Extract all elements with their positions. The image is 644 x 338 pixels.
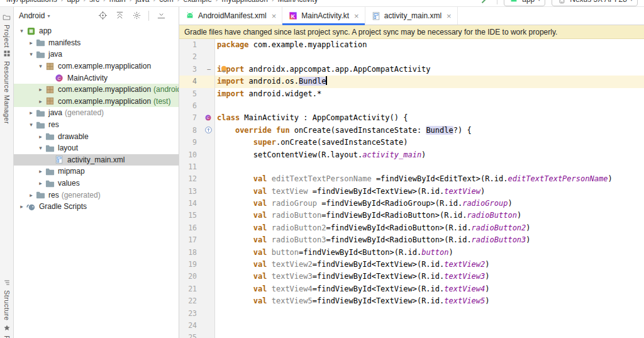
code-line-13[interactable]: 13 val textView =findViewById<TextView>(… xyxy=(179,186,644,198)
breadcrumb-item-com[interactable]: com xyxy=(159,0,174,4)
gutter[interactable]: 9 xyxy=(179,137,214,149)
tree-item-layout[interactable]: ▾layout xyxy=(14,142,179,154)
gutter[interactable]: 25 xyxy=(179,332,214,338)
tree-item-mainactivity[interactable]: CMainActivity xyxy=(14,72,179,84)
tree-item-java[interactable]: ▾java xyxy=(14,48,179,60)
gutter[interactable]: 8 xyxy=(179,125,214,137)
code-line-19[interactable]: 19 val textView2=findViewById<TextView>(… xyxy=(179,259,644,271)
code-line-23[interactable]: 23 xyxy=(179,308,644,320)
gutter[interactable]: 6 xyxy=(179,100,214,112)
gutter[interactable]: 14 xyxy=(179,198,214,210)
chevron-down-icon[interactable]: ▾ xyxy=(18,28,26,34)
gutter[interactable]: 1 xyxy=(179,39,214,51)
code-line-21[interactable]: 21 val textView4=findViewById<TextView>(… xyxy=(179,283,644,295)
chevron-right-icon[interactable]: ▸ xyxy=(36,180,45,186)
gutter[interactable]: 17 xyxy=(179,234,214,246)
close-icon[interactable]: × xyxy=(272,12,277,20)
breadcrumb-item-myapplications[interactable]: MyApplications xyxy=(6,0,57,4)
code-line-20[interactable]: 20 val textView3=findViewById<TextView>(… xyxy=(179,271,644,283)
chevron-down-icon[interactable]: ▾ xyxy=(27,51,35,57)
gutter[interactable]: 19 xyxy=(179,259,214,271)
gutter[interactable]: 10 xyxy=(179,149,214,161)
chevron-right-icon[interactable]: ▸ xyxy=(36,98,45,104)
gutter[interactable]: 21 xyxy=(179,283,214,295)
code-line-11[interactable]: 11 xyxy=(179,161,644,173)
code-line-14[interactable]: 14 val radioGroup =findViewById<RadioGro… xyxy=(179,198,644,210)
stripe-tab-favorites[interactable]: Favorites xyxy=(0,323,13,338)
gutter[interactable]: 23 xyxy=(179,308,214,320)
gutter[interactable]: 12 xyxy=(179,173,214,185)
tree-item-activity-main-xml[interactable]: activity_main.xml xyxy=(14,154,179,166)
tab-mainactivity-kt[interactable]: KMainActivity.kt× xyxy=(282,7,365,25)
hide-panel-icon[interactable] xyxy=(156,11,166,21)
intention-bulb-icon[interactable] xyxy=(219,65,229,74)
tab-androidmanifest-xml[interactable]: AndroidManifest.xml× xyxy=(179,7,282,25)
collapse-all-icon[interactable] xyxy=(114,11,125,21)
device-selector[interactable]: Nexus 5X API 28 ▾ xyxy=(552,0,638,6)
code-line-2[interactable]: 2 xyxy=(179,51,644,63)
chevron-right-icon[interactable]: ▸ xyxy=(36,133,45,140)
locate-file-icon[interactable] xyxy=(97,11,108,21)
breadcrumb-item-example[interactable]: example xyxy=(183,0,211,4)
tab-activity-main-xml[interactable]: activity_main.xml× xyxy=(365,7,458,25)
stripe-tab-resource-manager[interactable]: Resource Manager xyxy=(0,48,13,124)
gutter[interactable]: 20 xyxy=(179,271,214,283)
run-config-selector[interactable]: app ▾ xyxy=(504,0,545,6)
chevron-right-icon[interactable]: ▸ xyxy=(27,192,35,198)
tree-item-drawable[interactable]: ▸drawable xyxy=(14,130,179,142)
chevron-down-icon[interactable]: ▾ xyxy=(27,121,35,128)
gutter[interactable]: 7C xyxy=(179,112,214,124)
gutter[interactable]: 2 xyxy=(179,51,214,63)
chevron-right-icon[interactable]: ▸ xyxy=(36,86,45,93)
tree-item-gradle-scripts[interactable]: ▸Gradle Scripts xyxy=(14,201,179,213)
close-icon[interactable]: × xyxy=(447,12,452,20)
code-line-25[interactable]: 25 xyxy=(179,332,644,338)
override-marker-icon[interactable] xyxy=(204,126,214,135)
breadcrumb-item-src[interactable]: src xyxy=(89,0,99,4)
chevron-right-icon[interactable]: ▸ xyxy=(27,40,35,46)
breadcrumb-item-myapplication[interactable]: myapplication xyxy=(222,0,268,4)
tree-item-res[interactable]: ▾res xyxy=(14,119,179,131)
tree-item-com-example-myapplication-androidtest[interactable]: ▸com.example.myapplication (androidTest) xyxy=(14,84,179,96)
breadcrumb-item-main[interactable]: main xyxy=(109,0,126,4)
code-line-3[interactable]: 3−import androidx.appcompat.app.AppCompa… xyxy=(179,64,644,76)
gutter[interactable]: 24 xyxy=(179,320,214,332)
breadcrumb-item-java[interactable]: java xyxy=(135,0,149,4)
gutter[interactable]: 13 xyxy=(179,186,214,198)
code-line-8[interactable]: 8 override fun onCreate(savedInstanceSta… xyxy=(179,125,644,137)
gutter[interactable]: 5 xyxy=(179,88,214,100)
project-view-selector[interactable]: Android xyxy=(19,11,45,20)
code-line-22[interactable]: 22 val textView5=findViewById<TextView>(… xyxy=(179,295,644,307)
tree-item-com-example-myapplication-test[interactable]: ▸com.example.myapplication (test) xyxy=(14,96,179,108)
tree-item-mipmap[interactable]: ▸mipmap xyxy=(14,166,179,177)
code-line-17[interactable]: 17 val radioButton3=findViewById<RadioBu… xyxy=(179,234,644,246)
chevron-right-icon[interactable]: ▸ xyxy=(36,168,45,174)
gutter[interactable]: 11 xyxy=(179,161,214,173)
close-icon[interactable]: × xyxy=(354,12,359,20)
stripe-tab-structure[interactable]: Structure xyxy=(0,278,13,320)
chevron-down-icon[interactable]: ▾ xyxy=(36,63,45,69)
fold-minus-icon[interactable]: − xyxy=(207,64,211,76)
tree-item-app[interactable]: ▾app xyxy=(14,25,179,37)
tree-item-res-generated[interactable]: ▸res (generated) xyxy=(14,189,179,201)
breadcrumb-item-mainactivity[interactable]: MainActivity xyxy=(278,0,318,4)
gutter[interactable]: 16 xyxy=(179,222,214,234)
gutter[interactable]: 3− xyxy=(179,64,214,76)
code-line-24[interactable]: 24 xyxy=(179,320,644,332)
gutter[interactable]: 18 xyxy=(179,247,214,259)
chevron-right-icon[interactable]: ▸ xyxy=(18,203,26,210)
build-hammer-icon[interactable] xyxy=(480,0,491,4)
tree-item-java-generated[interactable]: ▸java (generated) xyxy=(14,107,179,119)
code-line-4[interactable]: 4import android.os.Bundle xyxy=(179,76,644,87)
code-line-1[interactable]: 1package com.example.myapplication xyxy=(179,39,644,51)
gutter[interactable]: 15 xyxy=(179,210,214,222)
code-line-18[interactable]: 18 val button=findViewById<Button>(R.id.… xyxy=(179,247,644,259)
code-line-5[interactable]: 5import android.widget.* xyxy=(179,88,644,100)
code-line-12[interactable]: 12 val editTextTextPersonName =findViewB… xyxy=(179,173,644,185)
class-marker-icon[interactable]: C xyxy=(204,113,214,123)
gear-icon[interactable] xyxy=(131,11,142,21)
gutter[interactable]: 22 xyxy=(179,295,214,307)
code-line-7[interactable]: 7Cclass MainActivity : AppCompatActivity… xyxy=(179,112,644,124)
tree-item-values[interactable]: ▸values xyxy=(14,177,179,189)
code-line-15[interactable]: 15 val radioButton=findViewById<RadioBut… xyxy=(179,210,644,222)
